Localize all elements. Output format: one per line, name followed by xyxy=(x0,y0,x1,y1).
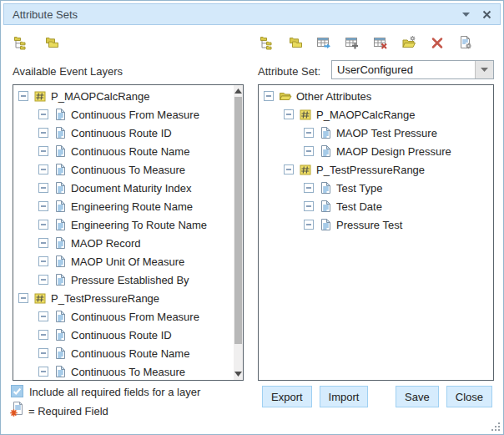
field-doc-icon xyxy=(53,328,67,341)
tree-item[interactable]: P_TestPressureRange xyxy=(259,160,493,179)
tree-expander-icon[interactable] xyxy=(304,201,314,211)
tree-item[interactable]: MAOP Test Pressure xyxy=(259,124,493,142)
tree-item[interactable]: MAOP Design Pressure xyxy=(259,142,493,160)
tree-expander-icon[interactable] xyxy=(38,238,48,248)
tree-item[interactable]: P_MAOPCalcRange xyxy=(13,87,234,105)
attribute-set-label: Attribute Set: xyxy=(258,65,320,78)
tree-expander-icon[interactable] xyxy=(38,348,48,358)
scroll-up-icon[interactable] xyxy=(234,89,242,94)
tree-item[interactable]: P_MAOPCalcRange xyxy=(259,105,493,124)
field-doc-icon xyxy=(53,310,67,323)
tree-item-label: MAOP Test Pressure xyxy=(336,127,437,139)
close-icon[interactable] xyxy=(482,10,491,19)
tree-item[interactable]: Continuous From Measure xyxy=(13,105,234,124)
tree-item[interactable]: Engineering Route Name xyxy=(13,197,234,215)
tree-view-icon xyxy=(13,35,28,50)
tree-item-label: P_TestPressureRange xyxy=(51,292,159,305)
select-attribute-set-button[interactable] xyxy=(314,33,334,53)
save-close-buttons: SaveClose xyxy=(396,386,492,407)
tree-item-label: Continuous Route ID xyxy=(71,127,172,139)
caret-down-icon[interactable] xyxy=(462,13,470,17)
export-button[interactable]: Export xyxy=(262,386,312,407)
tree-item-label: P_MAOPCalcRange xyxy=(51,90,150,103)
tree-expander-icon[interactable] xyxy=(38,330,48,340)
tree-item[interactable]: Test Type xyxy=(259,179,493,197)
tree-item-label: MAOP Record xyxy=(71,237,141,250)
tree-expander-icon[interactable] xyxy=(38,201,48,211)
tree-expander-icon[interactable] xyxy=(38,183,48,193)
tree-expander-icon[interactable] xyxy=(38,256,48,266)
field-doc-icon xyxy=(319,200,332,213)
close-button[interactable]: Close xyxy=(446,386,492,407)
chevron-down-icon[interactable] xyxy=(475,61,493,78)
tree-expander-icon[interactable] xyxy=(38,146,48,156)
tree-expander-icon[interactable] xyxy=(38,109,48,119)
tree-item-label: Test Type xyxy=(336,182,382,195)
tree-expander-icon[interactable] xyxy=(18,91,28,101)
vertical-scrollbar[interactable] xyxy=(234,85,243,380)
tree-item[interactable]: Continuous To Measure xyxy=(13,362,234,381)
red-x-icon xyxy=(430,35,445,50)
attribute-set-dropdown[interactable]: UserConfigured xyxy=(331,60,494,79)
titlebar: Attribute Sets xyxy=(3,3,501,25)
tree-item[interactable]: Engineering To Route Name xyxy=(13,215,234,234)
collapse-attribute-set-button[interactable] xyxy=(285,33,305,53)
tree-item[interactable]: MAOP Record xyxy=(13,234,234,252)
tree-item[interactable]: Continuous Route Name xyxy=(13,142,234,160)
tree-item[interactable]: Pressure Test xyxy=(259,215,493,234)
tree-expander-icon[interactable] xyxy=(284,164,294,175)
required-field-label: = Required Field xyxy=(28,405,108,417)
tree-item[interactable]: Test Date xyxy=(259,197,493,215)
field-doc-icon xyxy=(319,144,332,158)
tree-expander-icon[interactable] xyxy=(38,164,48,175)
required-field-icon xyxy=(9,401,25,418)
tree-expander-icon[interactable] xyxy=(304,183,314,193)
tree-item[interactable]: Other Attributes xyxy=(259,87,493,105)
expand-available-layers-button[interactable] xyxy=(11,33,31,53)
scrollbar-thumb[interactable] xyxy=(234,97,242,344)
new-attribute-set-button[interactable] xyxy=(342,33,362,53)
attribute-set-properties-button[interactable] xyxy=(456,33,476,53)
import-button[interactable]: Import xyxy=(320,386,369,407)
tree-item[interactable]: Continuous Route ID xyxy=(13,124,234,142)
tree-item[interactable]: Continuous From Measure xyxy=(13,307,234,326)
tree-item[interactable]: MAOP Unit Of Measure xyxy=(13,252,234,271)
table-delete-icon xyxy=(373,35,388,50)
include-required-checkbox[interactable] xyxy=(11,385,23,397)
tree-expander-icon[interactable] xyxy=(38,275,48,285)
manage-attribute-sets-button[interactable] xyxy=(399,33,419,53)
field-doc-icon xyxy=(319,181,332,195)
folders-icon xyxy=(44,35,59,50)
tree-item[interactable]: Continuous Route Name xyxy=(13,344,234,362)
resize-grip[interactable] xyxy=(491,422,501,432)
save-button[interactable]: Save xyxy=(396,386,439,407)
tree-expander-icon[interactable] xyxy=(38,367,48,377)
tree-item[interactable]: Document Maturity Index xyxy=(13,179,234,197)
tree-expander-icon[interactable] xyxy=(264,91,274,101)
tree-expander-icon[interactable] xyxy=(284,109,294,119)
tree-view-icon xyxy=(260,35,275,50)
scroll-down-icon[interactable] xyxy=(234,372,242,377)
tree-expander-icon[interactable] xyxy=(38,220,48,230)
delete-attribute-set-button[interactable] xyxy=(370,33,391,53)
tree-expander-icon[interactable] xyxy=(304,146,314,156)
remove-item-button[interactable] xyxy=(427,33,447,53)
tree-expander-icon[interactable] xyxy=(38,311,48,321)
field-doc-icon xyxy=(53,365,67,378)
tree-item[interactable]: Continuous Route ID xyxy=(13,326,234,344)
expand-attribute-set-button[interactable] xyxy=(257,33,277,53)
tree-item[interactable]: P_TestPressureRange xyxy=(13,289,234,307)
tree-item[interactable]: Continuous To Measure xyxy=(13,160,234,179)
tree-item-label: Continuous From Measure xyxy=(71,109,199,121)
tree-expander-icon[interactable] xyxy=(304,128,314,138)
export-import-buttons: ExportImport xyxy=(262,386,368,407)
field-doc-icon xyxy=(53,255,67,268)
page-gear-icon xyxy=(458,35,473,50)
tree-expander-icon[interactable] xyxy=(304,220,314,230)
tree-item-label: Continuous To Measure xyxy=(71,164,185,176)
attribute-set-tree: Other AttributesP_MAOPCalcRangeMAOP Test… xyxy=(259,87,493,234)
collapse-available-layers-button[interactable] xyxy=(42,33,62,53)
tree-item[interactable]: Pressure Established By xyxy=(13,271,234,289)
tree-expander-icon[interactable] xyxy=(38,128,48,138)
tree-expander-icon[interactable] xyxy=(18,293,28,303)
